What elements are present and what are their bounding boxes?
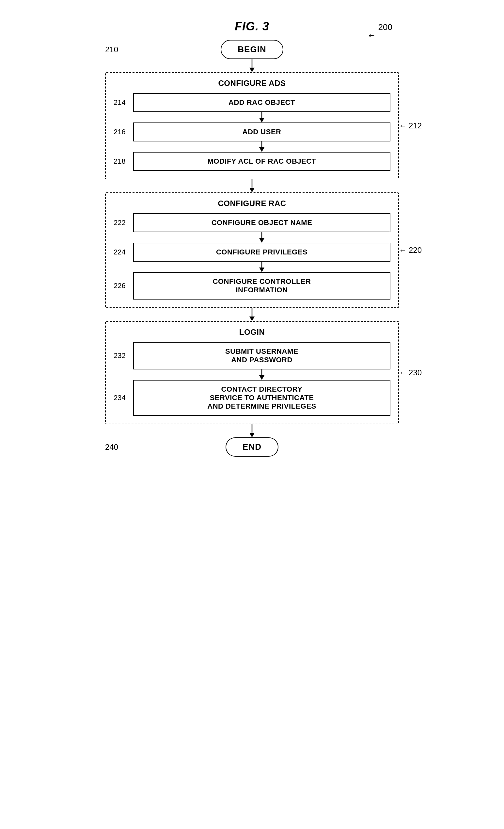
step-218-ref: 218: [114, 157, 133, 166]
arrow-ads-to-rac: [105, 179, 399, 192]
arrow-224-226: [133, 262, 390, 272]
step-218-row: 218 MODIFY ACL OF RAC OBJECT: [114, 152, 390, 171]
step-226-box: CONFIGURE CONTROLLER INFORMATION: [133, 272, 390, 299]
step-218-box: MODIFY ACL OF RAC OBJECT: [133, 152, 390, 171]
group-rac: CONFIGURE RAC 222 CONFIGURE OBJECT NAME …: [105, 192, 399, 308]
svg-marker-17: [249, 433, 255, 437]
arrow-216-218: [133, 141, 390, 152]
step-224-box: CONFIGURE PRIVILEGES: [133, 243, 390, 262]
arrow-232-234: [133, 369, 390, 380]
begin-terminal: 210 BEGIN: [105, 40, 399, 59]
svg-marker-3: [259, 118, 264, 122]
begin-label: BEGIN: [221, 40, 283, 59]
step-234-box: CONTACT DIRECTORY SERVICE TO AUTHENTICAT…: [133, 380, 390, 416]
end-label: END: [226, 437, 278, 457]
ref-200: 200: [378, 22, 392, 32]
step-222-ref: 222: [114, 218, 133, 227]
step-234-row: 234 CONTACT DIRECTORY SERVICE TO AUTHENT…: [114, 380, 390, 416]
arrow-login-to-end: [105, 424, 399, 437]
group-rac-ref: ← 220: [399, 246, 422, 255]
step-216-ref: 216: [114, 128, 133, 136]
group-ads: CONFIGURE ADS 214 ADD RAC OBJECT 216 ADD…: [105, 72, 399, 179]
group-rac-ref-arrow: ←: [399, 246, 407, 255]
step-224-row: 224 CONFIGURE PRIVILEGES: [114, 243, 390, 262]
arrow-214-216: [133, 112, 390, 122]
step-222-box: CONFIGURE OBJECT NAME: [133, 213, 390, 232]
group-ads-ref-arrow: ←: [399, 121, 407, 130]
group-ads-ref-num: 212: [409, 121, 422, 130]
svg-marker-7: [249, 188, 255, 192]
step-234-ref: 234: [114, 394, 133, 402]
arrow-begin-to-ads: [105, 59, 399, 72]
group-rac-title: CONFIGURE RAC: [114, 199, 390, 208]
step-214-box: ADD RAC OBJECT: [133, 93, 390, 112]
group-ads-title: CONFIGURE ADS: [114, 79, 390, 88]
svg-marker-13: [249, 317, 255, 321]
end-ref: 240: [105, 442, 118, 452]
group-login: LOGIN 232 SUBMIT USERNAME AND PASSWORD 2…: [105, 321, 399, 424]
step-214-ref: 214: [114, 98, 133, 107]
svg-marker-1: [249, 68, 255, 72]
group-login-title: LOGIN: [114, 328, 390, 337]
group-login-ref-arrow: ←: [399, 368, 407, 377]
group-rac-ref-num: 220: [409, 246, 422, 255]
step-216-row: 216 ADD USER: [114, 122, 390, 141]
group-ads-ref: ← 212: [399, 121, 422, 130]
step-216-box: ADD USER: [133, 122, 390, 141]
arrow-rac-to-login: [105, 308, 399, 321]
group-login-ref-num: 230: [409, 368, 422, 377]
svg-marker-15: [259, 375, 264, 380]
end-terminal: 240 END: [105, 437, 399, 457]
step-232-ref: 232: [114, 352, 133, 360]
step-222-row: 222 CONFIGURE OBJECT NAME: [114, 213, 390, 232]
group-login-ref: ← 230: [399, 368, 422, 377]
svg-marker-5: [259, 147, 264, 152]
begin-ref: 210: [105, 45, 118, 54]
svg-marker-11: [259, 267, 264, 272]
step-226-ref: 226: [114, 282, 133, 290]
figure-title: FIG. 3: [105, 20, 399, 33]
arrow-222-224: [133, 232, 390, 243]
step-226-row: 226 CONFIGURE CONTROLLER INFORMATION: [114, 272, 390, 299]
step-214-row: 214 ADD RAC OBJECT: [114, 93, 390, 112]
step-232-row: 232 SUBMIT USERNAME AND PASSWORD: [114, 342, 390, 369]
step-232-box: SUBMIT USERNAME AND PASSWORD: [133, 342, 390, 369]
step-224-ref: 224: [114, 248, 133, 256]
svg-marker-9: [259, 238, 264, 243]
